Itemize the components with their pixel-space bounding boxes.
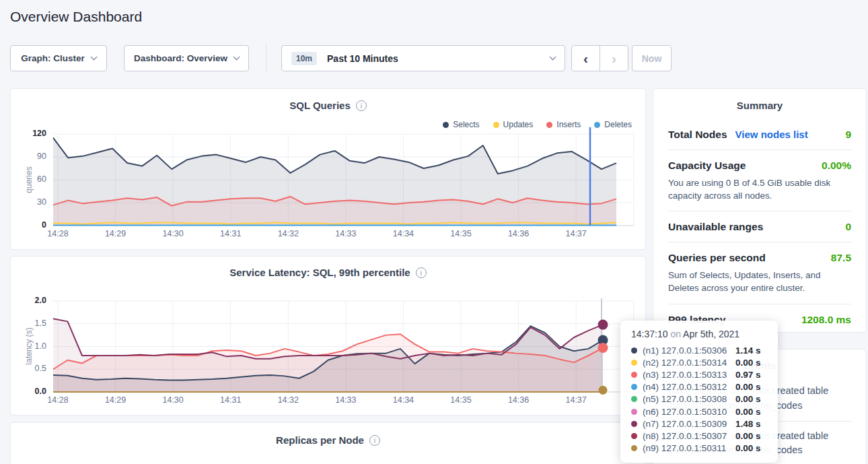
total-nodes-value: 9 — [845, 129, 851, 141]
p99-latency-value: 1208.0 ms — [801, 314, 851, 326]
graph-dropdown-label: Graph: Cluster — [21, 53, 85, 63]
summary-panel: Summary Total Nodes View nodes list 9 Ca… — [653, 88, 867, 333]
sql-queries-chart-card: SQL Queries i SelectsUpdatesInsertsDelet… — [10, 88, 646, 250]
tooltip-node-row: (n2) 127.0.0.1:503140.00 s — [631, 356, 767, 368]
tooltip-node-address: (n8) 127.0.0.1:50307 — [643, 431, 730, 441]
tooltip-node-latency: 0.00 s — [735, 382, 761, 392]
node-color-dot-icon — [631, 409, 637, 415]
x-axis-tick-label: 14:29 — [94, 229, 137, 238]
node-color-dot-icon — [631, 360, 637, 366]
y-axis-tick-label: 90 — [17, 152, 46, 161]
queries-per-second-value: 87.5 — [831, 252, 851, 264]
capacity-usage-label: Capacity Usage — [668, 160, 746, 172]
view-nodes-list-link[interactable]: View nodes list — [735, 129, 808, 140]
now-button[interactable]: Now — [632, 45, 672, 71]
capacity-usage-description: You are using 0 B of 4.5 GiB usable disk… — [668, 176, 851, 202]
toolbar-divider — [266, 43, 266, 73]
y-axis-tick-label: 2.0 — [17, 296, 46, 305]
tooltip-node-latency: 0.00 s — [735, 431, 761, 441]
tooltip-node-row: (n6) 127.0.0.1:503100.00 s — [631, 405, 767, 418]
time-prev-button[interactable]: ‹ — [571, 45, 600, 71]
tooltip-node-row: (n5) 127.0.0.1:503080.00 s — [631, 393, 767, 405]
chevron-down-icon — [550, 54, 556, 61]
node-color-dot-icon — [631, 347, 637, 354]
tooltip-node-address: (n3) 127.0.0.1:50313 — [643, 370, 730, 380]
x-axis-tick-label: 14:32 — [266, 395, 310, 405]
node-color-dot-icon — [631, 445, 637, 451]
tooltip-node-latency: 1.48 s — [735, 419, 761, 429]
x-axis-tick-label: 14:37 — [554, 229, 598, 238]
time-range-label: Past 10 Minutes — [327, 53, 398, 64]
time-range-badge: 10m — [291, 52, 317, 65]
y-axis-tick-label: 30 — [17, 197, 46, 207]
info-icon[interactable]: i — [369, 435, 380, 446]
y-axis-tick-label: 0.5 — [17, 364, 46, 373]
tooltip-node-row: (n9) 127.0.0.1:503110.00 s — [631, 442, 767, 455]
x-axis-tick-label: 14:35 — [439, 229, 482, 238]
y-axis-tick-label: 0 — [17, 220, 46, 230]
summary-row-queries-per-second: Queries per second 87.5 Sum of Selects, … — [668, 242, 851, 303]
tooltip-node-address: (n9) 127.0.0.1:50311 — [643, 443, 730, 453]
node-color-dot-icon — [631, 396, 637, 402]
summary-row-total-nodes: Total Nodes View nodes list 9 — [668, 119, 851, 150]
tooltip-node-row: (n1) 127.0.0.1:503061.14 s — [631, 344, 767, 356]
tooltip-node-row: (n3) 127.0.0.1:503130.97 s — [631, 368, 767, 380]
tooltip-node-address: (n5) 127.0.0.1:50308 — [643, 394, 730, 404]
replicas-per-node-chart-card: Replicas per Node i — [10, 422, 646, 464]
node-color-dot-icon — [631, 384, 637, 390]
time-range-picker[interactable]: 10m Past 10 Minutes — [281, 45, 565, 71]
chevron-down-icon — [233, 54, 240, 61]
chevron-down-icon — [90, 54, 97, 61]
tooltip-node-row: (n7) 127.0.0.1:503091.48 s — [631, 418, 767, 430]
tooltip-node-address: (n7) 127.0.0.1:50309 — [643, 419, 730, 429]
tooltip-node-address: (n4) 127.0.0.1:50312 — [643, 382, 730, 392]
x-axis-tick-label: 14:37 — [554, 395, 598, 405]
unavailable-ranges-value: 0 — [845, 221, 851, 233]
replicas-per-node-chart-title: Replicas per Node — [276, 434, 364, 446]
tooltip-timestamp: 14:37:10 on Apr 5th, 2021 — [631, 329, 767, 339]
sql-queries-plot[interactable] — [11, 89, 647, 251]
x-axis-tick-label: 14:30 — [151, 229, 194, 238]
tooltip-node-latency: 0.00 s — [735, 443, 761, 453]
service-latency-chart-card: Service Latency: SQL, 99th percentile i … — [10, 256, 646, 416]
y-axis-tick-label: 1.5 — [17, 319, 46, 328]
summary-row-capacity-usage: Capacity Usage 0.00% You are using 0 B o… — [668, 150, 851, 211]
tooltip-node-row: (n8) 127.0.0.1:503070.00 s — [631, 430, 767, 442]
tooltip-node-address: (n6) 127.0.0.1:50310 — [643, 407, 730, 417]
prev-arrow-icon: ‹ — [583, 51, 588, 67]
x-axis-tick-label: 14:36 — [497, 229, 540, 238]
tooltip-node-latency: 1.14 s — [735, 345, 761, 356]
tooltip-node-latency: 0.00 s — [735, 394, 761, 404]
unavailable-ranges-label: Unavailable ranges — [668, 221, 763, 233]
x-axis-tick-label: 14:30 — [151, 395, 194, 405]
x-axis-tick-label: 14:34 — [382, 229, 425, 238]
time-next-button[interactable]: › — [600, 45, 628, 71]
tooltip-node-latency: 0.00 s — [735, 407, 761, 417]
page-title: Overview Dashboard — [10, 9, 142, 25]
capacity-usage-value: 0.00% — [822, 160, 851, 172]
node-color-dot-icon — [631, 421, 637, 427]
dashboard-dropdown-label: Dashboard: Overview — [134, 53, 227, 63]
y-axis-tick-label: 60 — [17, 174, 46, 184]
graph-dropdown[interactable]: Graph: Cluster — [10, 45, 107, 71]
x-axis-tick-label: 14:32 — [266, 229, 310, 238]
tooltip-node-row: (n4) 127.0.0.1:503120.00 s — [631, 381, 767, 393]
tooltip-node-address: (n1) 127.0.0.1:50306 — [643, 345, 730, 356]
x-axis-tick-label: 14:33 — [324, 395, 367, 405]
summary-title: Summary — [737, 100, 783, 111]
queries-per-second-description: Sum of Selects, Updates, Inserts, and De… — [668, 269, 851, 294]
node-color-dot-icon — [631, 433, 637, 439]
queries-per-second-label: Queries per second — [668, 252, 766, 264]
y-axis-tick-label: 120 — [17, 129, 46, 138]
total-nodes-label: Total Nodes — [668, 129, 727, 141]
summary-row-unavailable-ranges: Unavailable ranges 0 — [668, 211, 851, 242]
y-axis-tick-label: 0.0 — [17, 387, 46, 396]
service-latency-plot[interactable] — [11, 257, 647, 416]
x-axis-tick-label: 14:29 — [94, 395, 137, 405]
x-axis-tick-label: 14:34 — [382, 395, 425, 405]
tooltip-node-latency: 0.97 s — [735, 370, 761, 380]
next-arrow-icon: › — [612, 51, 616, 67]
x-axis-tick-label: 14:35 — [439, 395, 482, 405]
dashboard-dropdown[interactable]: Dashboard: Overview — [124, 45, 249, 71]
tooltip-node-latency: 0.00 s — [735, 358, 761, 368]
